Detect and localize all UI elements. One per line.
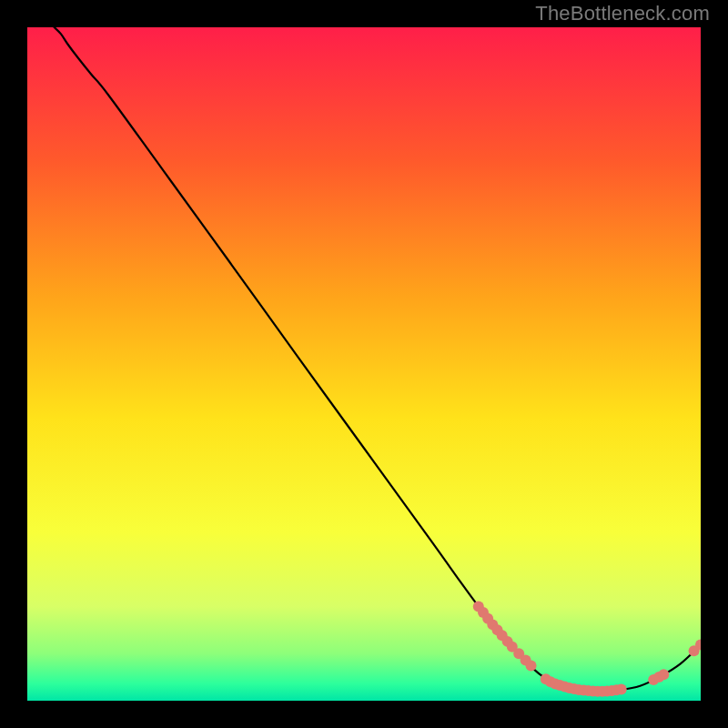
chart-svg — [27, 27, 701, 701]
gradient-background — [27, 27, 701, 701]
data-marker — [526, 661, 537, 672]
watermark-text: TheBottleneck.com — [535, 2, 710, 25]
data-marker — [616, 683, 627, 694]
chart-frame: TheBottleneck.com — [0, 0, 728, 728]
data-marker — [658, 669, 669, 680]
plot-area — [27, 27, 701, 701]
